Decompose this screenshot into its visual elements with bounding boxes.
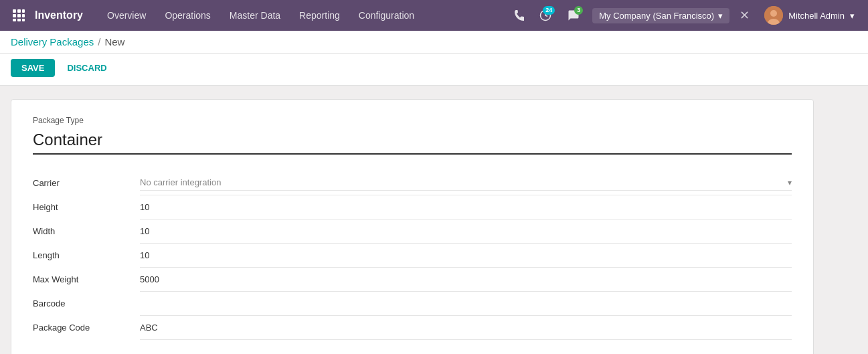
topbar: Inventory Overview Operations Master Dat… [0,0,868,31]
field-length: Length [33,244,792,268]
activity-icon[interactable]: 24 [535,5,556,26]
user-dropdown-icon: ▾ [850,11,855,21]
svg-rect-7 [17,19,21,21]
discard-button[interactable]: DISCARD [60,59,113,77]
company-selector[interactable]: My Company (San Francisco) ▾ [592,8,729,23]
user-name: Mitchell Admin [788,11,845,21]
svg-rect-5 [22,14,25,17]
field-carrier: Carrier No carrier integration ▾ [33,171,792,195]
field-max-weight: Max Weight [33,268,792,292]
messages-icon[interactable]: 3 [563,5,584,26]
field-barcode: Barcode [33,292,792,316]
carrier-select[interactable]: No carrier integration [140,175,788,190]
breadcrumb-current: New [104,36,124,48]
package-code-label: Package Code [33,316,140,340]
barcode-input[interactable] [140,296,792,311]
svg-rect-4 [17,14,21,17]
activity-badge: 24 [543,6,555,15]
height-label: Height [33,195,140,219]
height-input[interactable] [140,199,792,215]
length-input[interactable] [140,248,792,263]
svg-rect-3 [13,14,16,17]
main-nav: Overview Operations Master Data Reportin… [99,6,508,25]
breadcrumb: Delivery Packages / New [0,31,868,54]
svg-point-11 [770,10,777,17]
nav-operations[interactable]: Operations [157,6,218,25]
package-name-input[interactable] [33,128,792,155]
svg-rect-2 [22,9,25,13]
max-weight-input[interactable] [140,272,792,287]
carrier-dropdown-icon: ▾ [788,178,792,187]
package-code-input[interactable] [140,320,792,335]
user-menu[interactable]: Mitchell Admin ▾ [759,3,860,27]
breadcrumb-separator: / [98,36,100,48]
package-type-label: Package Type [33,116,792,125]
phone-icon[interactable] [508,5,529,26]
avatar [764,6,783,25]
width-label: Width [33,219,140,244]
width-input[interactable] [140,224,792,239]
svg-rect-6 [13,19,16,21]
main-content: Package Type Carrier No carrier integrat… [0,86,868,354]
action-bar: SAVE DISCARD [0,54,868,86]
nav-master-data[interactable]: Master Data [222,6,288,25]
field-package-code: Package Code [33,316,792,340]
nav-reporting[interactable]: Reporting [291,6,348,25]
grid-menu-icon[interactable] [8,5,29,26]
svg-rect-0 [13,9,16,13]
carrier-label: Carrier [33,171,140,195]
nav-configuration[interactable]: Configuration [351,6,422,25]
save-button[interactable]: SAVE [11,59,55,77]
nav-overview[interactable]: Overview [99,6,154,25]
company-dropdown-icon: ▾ [718,11,723,21]
breadcrumb-parent[interactable]: Delivery Packages [11,36,94,48]
field-height: Height [33,195,792,219]
field-width: Width [33,219,792,244]
svg-rect-8 [22,19,25,21]
svg-rect-1 [17,9,21,13]
close-icon[interactable]: ✕ [735,6,754,25]
messages-badge: 3 [574,6,583,15]
topbar-right: 24 3 My Company (San Francisco) ▾ ✕ Mitc… [508,3,860,27]
form-card: Package Type Carrier No carrier integrat… [11,99,814,354]
company-name: My Company (San Francisco) [599,11,714,21]
app-title: Inventory [35,9,83,21]
form-fields-table: Carrier No carrier integration ▾ Height [33,171,792,340]
length-label: Length [33,244,140,268]
max-weight-label: Max Weight [33,268,140,292]
barcode-label: Barcode [33,292,140,316]
